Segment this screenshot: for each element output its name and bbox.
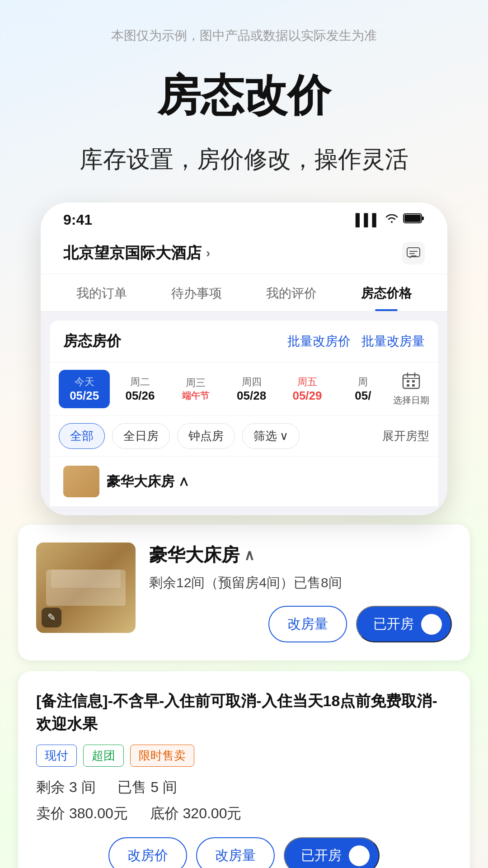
section-header: 房态房价 批量改房价 批量改房量 (50, 321, 438, 362)
message-icon[interactable] (402, 242, 425, 264)
svg-rect-13 (412, 384, 415, 387)
room-card-chevron-icon: ∧ (244, 547, 254, 564)
day-name-tue: 周二 (118, 375, 162, 389)
bulk-change-price-btn[interactable]: 批量改房价 (287, 333, 351, 350)
calendar-label: 选择日期 (393, 394, 429, 406)
subtitle-text: 库存设置，房价修改，操作灵活 (0, 144, 488, 203)
tab-pending[interactable]: 待办事项 (149, 274, 244, 311)
sold-count: 已售 5 间 (117, 779, 177, 795)
day-num-sat: 05/ (341, 389, 385, 403)
date-today[interactable]: 今天 05/25 (59, 370, 110, 408)
change-quantity-btn[interactable]: 改房量 (268, 606, 347, 642)
rate-toggle-circle-icon (349, 845, 370, 866)
rate-card-title: [备注信息]-不含早-入住前可取消-入住当天18点前免费取消-欢迎水果 (36, 689, 452, 736)
rate-tags: 现付 超团 限时售卖 (36, 745, 452, 767)
sell-price: 卖价 380.00元 (36, 805, 128, 821)
big-room-card: ✎ 豪华大床房 ∧ 剩余12间（预留房4间）已售8间 改房量 已开房 (18, 524, 470, 660)
room-image: ✎ (36, 542, 136, 633)
chevron-down-icon: ∨ (280, 429, 288, 443)
wifi-icon (385, 213, 399, 227)
section-actions: 批量改房价 批量改房量 (287, 333, 425, 350)
section-title: 房态房价 (63, 331, 121, 351)
rate-open-label: 已开房 (301, 846, 342, 865)
date-calendar[interactable]: 选择日期 (393, 372, 429, 406)
toggle-circle-icon (421, 614, 442, 635)
day-num-fri: 05/29 (285, 389, 329, 403)
svg-rect-10 (407, 380, 409, 382)
date-bar: 今天 05/25 周二 05/26 周三 端午节 周四 05/28 周五 0 (50, 363, 438, 415)
day-name-wed: 周三 (174, 376, 218, 390)
room-card-name: 豪华大床房 ∧ (149, 542, 452, 567)
room-type-row[interactable]: 豪华大床房 ∧ (50, 457, 438, 506)
day-num-today: 05/25 (62, 389, 106, 403)
room-card-stock: 剩余12间（预留房4间）已售8间 (149, 574, 452, 592)
room-info: 豪华大床房 ∧ 剩余12间（预留房4间）已售8间 改房量 已开房 (149, 542, 452, 642)
room-open-toggle[interactable]: 已开房 (356, 606, 452, 642)
bottom-cards-section: ✎ 豪华大床房 ∧ 剩余12间（预留房4间）已售8间 改房量 已开房 [备注信息… (0, 515, 488, 868)
filter-bar: 全部 全日房 钟点房 筛选 ∨ 展开房型 (50, 416, 438, 456)
filter-hourly[interactable]: 钟点房 (177, 423, 235, 449)
date-tue[interactable]: 周二 05/26 (114, 370, 165, 408)
change-price-btn[interactable]: 改房价 (108, 837, 187, 868)
hotel-header: 北京望京国际大酒店 › (41, 233, 447, 274)
hotel-name-area[interactable]: 北京望京国际大酒店 › (63, 243, 210, 264)
svg-rect-1 (404, 215, 421, 222)
phone-frame: 9:41 ▌▌▌ (41, 203, 447, 515)
tab-room-status[interactable]: 房态价格 (339, 274, 434, 311)
tab-reviews[interactable]: 我的评价 (244, 274, 339, 311)
room-name-text: 豪华大床房 (149, 542, 239, 567)
rate-price-row: 卖价 380.00元 底价 320.00元 (36, 804, 452, 824)
day-name-thu: 周四 (230, 375, 273, 389)
filter-all[interactable]: 全部 (59, 423, 105, 449)
battery-icon (403, 212, 425, 227)
main-title: 房态改价 (0, 58, 488, 144)
filter-full-day[interactable]: 全日房 (112, 423, 170, 449)
date-thu[interactable]: 周四 05/28 (226, 370, 277, 408)
phone-mockup: 9:41 ▌▌▌ (41, 203, 447, 515)
tab-my-orders[interactable]: 我的订单 (54, 274, 149, 311)
floor-price: 底价 320.00元 (150, 805, 242, 821)
date-wed[interactable]: 周三 端午节 (170, 371, 221, 407)
status-bar: 9:41 ▌▌▌ (41, 203, 447, 233)
svg-rect-2 (422, 217, 424, 220)
svg-rect-12 (407, 384, 409, 387)
disclaimer-text: 本图仅为示例，图中产品或数据以实际发生为准 (0, 0, 488, 58)
svg-rect-11 (412, 380, 415, 382)
day-name-today: 今天 (62, 375, 106, 389)
calendar-icon (402, 372, 420, 392)
room-open-label: 已开房 (373, 615, 414, 633)
room-thumb-small (63, 466, 99, 497)
status-time: 9:41 (63, 212, 92, 228)
svg-rect-6 (403, 375, 419, 388)
remaining-count: 剩余 3 间 (36, 779, 96, 795)
rate-card-actions: 改房价 改房量 已开房 (36, 837, 452, 868)
tag-limited-sale: 限时售卖 (130, 745, 194, 767)
rate-card: [备注信息]-不含早-入住前可取消-入住当天18点前免费取消-欢迎水果 现付 超… (18, 671, 470, 868)
bulk-change-quantity-btn[interactable]: 批量改房量 (361, 333, 425, 350)
room-type-name-preview: 豪华大床房 ∧ (107, 472, 189, 491)
expand-room-type[interactable]: 展开房型 (382, 428, 429, 444)
filter-dropdown-btn[interactable]: 筛选 ∨ (242, 423, 300, 449)
room-card-actions: 改房量 已开房 (149, 606, 452, 642)
tag-super-group: 超团 (83, 745, 124, 767)
hotel-name-text: 北京望京国际大酒店 (63, 243, 202, 264)
rate-open-toggle[interactable]: 已开房 (284, 837, 380, 868)
signal-icon: ▌▌▌ (356, 213, 380, 227)
date-fri[interactable]: 周五 05/29 (282, 370, 333, 408)
day-num-wed: 端午节 (174, 390, 218, 402)
day-name-fri: 周五 (285, 375, 329, 389)
status-icons: ▌▌▌ (356, 212, 425, 227)
room-content-area: 房态房价 批量改房价 批量改房量 今天 05/25 周二 05/26 周三 (41, 311, 447, 515)
day-num-thu: 05/28 (230, 389, 273, 403)
tag-current-pay: 现付 (36, 745, 77, 767)
date-sat[interactable]: 周 05/ (338, 370, 389, 408)
rate-stock-row: 剩余 3 间 已售 5 间 (36, 778, 452, 797)
tab-bar: 我的订单 待办事项 我的评价 房态价格 (41, 274, 447, 311)
edit-photo-btn[interactable]: ✎ (42, 608, 61, 627)
day-name-sat: 周 (341, 375, 385, 389)
rate-change-quantity-btn[interactable]: 改房量 (196, 837, 275, 868)
day-num-tue: 05/26 (118, 389, 162, 403)
hotel-name-chevron-icon: › (206, 246, 210, 260)
